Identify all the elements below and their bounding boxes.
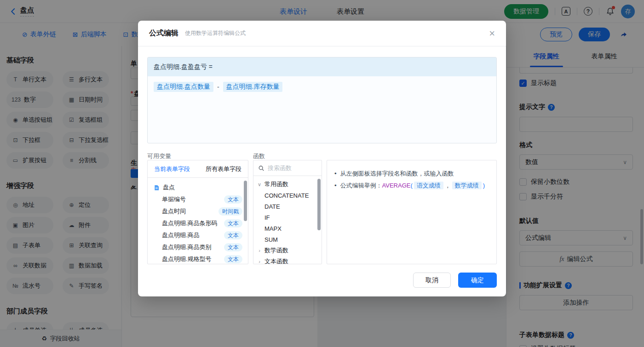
function-group-header[interactable]: › 数学函数: [253, 245, 322, 256]
function-search[interactable]: 搜索函数: [253, 160, 322, 176]
variable-field-row[interactable]: 盘点明细.商品条形码 文本: [148, 217, 248, 229]
help-line-1: • 从左侧面板选择字段名和函数，或输入函数: [334, 168, 489, 180]
formula-field-token[interactable]: 盘点明细.库存数量: [223, 82, 283, 92]
variable-field-row[interactable]: 盘点明细.商品 文本: [148, 229, 248, 241]
variable-type-tag: 文本: [224, 231, 242, 239]
function-item[interactable]: DATE: [253, 201, 322, 212]
bullet: •: [334, 180, 337, 192]
variable-field-name: 盘点明细.规格型号: [162, 255, 224, 263]
variable-type-tag: 文本: [224, 243, 242, 251]
modal-title: 公式编辑: [149, 28, 178, 38]
variables-section-label: 可用变量: [147, 152, 171, 160]
function-item[interactable]: MAPX: [253, 223, 322, 234]
formula-operator: -: [217, 83, 219, 91]
variables-tree: 盘点 单据编号 文本 盘点时间 时间戳: [148, 178, 248, 264]
modal-subtitle: 使用数学运算符编辑公式: [185, 29, 246, 37]
example-field-chip: 数学成绩: [452, 182, 482, 189]
variable-type-tag: 时间戳: [218, 207, 242, 216]
bullet: •: [334, 168, 337, 180]
function-group: › 文本函数: [253, 256, 322, 264]
variables-scrollbar[interactable]: [244, 181, 247, 221]
formula-help-panel: • 从左侧面板选择字段名和函数，或输入函数 • 公式编辑举例：AVERAGE(语…: [327, 160, 497, 264]
variable-field-name: 盘点明细.商品类别: [162, 243, 224, 251]
example-field-chip: 语文成绩: [414, 182, 443, 189]
function-group-label: 数学函数: [264, 246, 288, 255]
function-item[interactable]: CONCATENATE: [253, 190, 322, 201]
variable-type-tag: 文本: [224, 255, 242, 263]
variable-field-name: 盘点明细.商品: [162, 231, 224, 239]
formula-editor-modal: 公式编辑 使用数学运算符编辑公式 × 盘点明细.盘盈盘亏 = 盘点明细.盘点数量…: [138, 21, 506, 296]
variable-type-tag: 文本: [224, 195, 242, 204]
variables-root-node[interactable]: 盘点: [148, 182, 248, 193]
variable-field-name: 盘点时间: [162, 207, 218, 216]
function-group-label: 常用函数: [264, 180, 288, 188]
example-function-name: AVERAGE: [382, 182, 411, 189]
close-icon[interactable]: ×: [489, 28, 495, 39]
help-line-2: • 公式编辑举例：AVERAGE(语文成绩，数学成绩): [334, 180, 489, 192]
form-designer-app: 盘点 表单设计 表单设置 数据管理 A ? 存 ⊘ 表单外链: [0, 0, 644, 347]
variables-root-label: 盘点: [163, 183, 175, 192]
function-group: ∨ 常用函数 CONCATENATE DATE IF: [253, 179, 322, 245]
function-item[interactable]: IF: [253, 212, 322, 223]
variable-field-row[interactable]: 盘点明细.规格型号 文本: [148, 253, 248, 264]
function-search-placeholder: 搜索函数: [268, 164, 292, 172]
modal-header: 公式编辑 使用数学运算符编辑公式 ×: [138, 21, 506, 46]
variable-field-name: 单据编号: [162, 195, 224, 204]
functions-panel: 搜索函数 ∨ 常用函数 CONCATENATE: [253, 160, 322, 264]
variables-panel: 当前表单字段 所有表单字段 盘点 单据编号 文本: [147, 160, 248, 264]
form-doc-icon: [154, 185, 160, 191]
function-group-header[interactable]: › 文本函数: [253, 256, 322, 264]
function-group-label: 文本函数: [264, 257, 288, 264]
variable-type-tag: 文本: [224, 219, 242, 228]
variable-field-row[interactable]: 盘点时间 时间戳: [148, 205, 248, 217]
function-item[interactable]: SUM: [253, 234, 322, 245]
formula-target: 盘点明细.盘盈盘亏 =: [148, 57, 496, 76]
group-expand-icon: ∨: [257, 182, 262, 188]
formula-expression[interactable]: 盘点明细.盘点数量 - 盘点明细.库存数量: [148, 76, 496, 97]
cancel-button[interactable]: 取消: [413, 273, 451, 288]
functions-scrollbar[interactable]: [317, 179, 321, 230]
help-list: • 从左侧面板选择字段名和函数，或输入函数 • 公式编辑举例：AVERAGE(语…: [327, 160, 496, 199]
formula-editor-area[interactable]: 盘点明细.盘盈盘亏 = 盘点明细.盘点数量 - 盘点明细.库存数量: [147, 57, 497, 143]
group-expand-icon: ›: [257, 259, 262, 264]
tab-current-form-fields[interactable]: 当前表单字段: [154, 165, 190, 173]
function-group: › 数学函数: [253, 245, 322, 256]
variable-field-row[interactable]: 单据编号 文本: [148, 193, 248, 205]
modal-footer: 取消 确定: [413, 273, 497, 288]
help-example: 公式编辑举例：AVERAGE(语文成绩，数学成绩): [340, 180, 485, 192]
functions-section-label: 函数: [253, 152, 265, 160]
tab-all-form-fields[interactable]: 所有表单字段: [206, 165, 242, 173]
variables-tabs: 当前表单字段 所有表单字段: [148, 160, 248, 178]
search-icon: [258, 165, 264, 171]
formula-field-token[interactable]: 盘点明细.盘点数量: [154, 82, 213, 92]
function-group-header[interactable]: ∨ 常用函数: [253, 179, 322, 190]
variable-field-name: 盘点明细.商品条形码: [162, 219, 224, 228]
group-expand-icon: ›: [257, 248, 262, 253]
confirm-button[interactable]: 确定: [458, 273, 497, 288]
variable-field-row[interactable]: 盘点明细.商品类别 文本: [148, 241, 248, 253]
